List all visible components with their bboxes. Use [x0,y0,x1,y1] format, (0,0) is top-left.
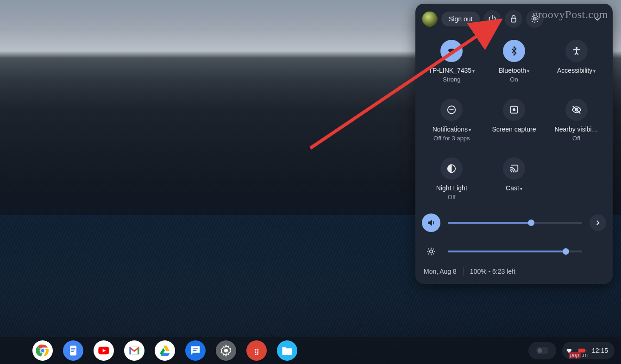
tile-label: Night Light [436,184,467,192]
clock: 12:15 [592,347,608,354]
app-gmail[interactable] [124,340,144,361]
divider [463,267,464,276]
quick-settings-footer: Mon, Aug 8 100% - 6:23 left [422,267,606,276]
tile-screen-capture[interactable]: Screen capture [484,99,544,142]
settings-button[interactable] [526,10,544,28]
svg-rect-20 [193,350,196,351]
wifi-status-icon [565,346,573,355]
tile-label: Nearby visibi… [555,126,598,133]
gear-icon [530,14,539,24]
app-settings[interactable] [216,340,236,361]
svg-rect-0 [511,18,516,22]
lock-icon [509,14,518,24]
quick-settings-header: Sign out [422,10,606,28]
app-messages[interactable] [185,340,206,361]
drive-icon [158,344,171,357]
power-icon [488,14,497,24]
svg-point-24 [538,348,542,353]
docs-icon [67,344,80,357]
app-youtube[interactable] [94,340,114,361]
brightness-icon [427,247,436,256]
footer-date: Mon, Aug 8 [424,268,457,275]
svg-point-12 [41,349,44,352]
app-files[interactable] [277,340,297,361]
shelf-apps: g [32,340,297,361]
tile-label: Accessibility [557,67,592,74]
svg-rect-13 [70,346,76,356]
svg-point-1 [534,18,536,20]
tile-sub: Strong [443,76,460,83]
power-button[interactable] [483,10,501,28]
tile-wifi[interactable]: TP-LINK_7435▾ Strong [422,40,482,83]
svg-text:g: g [254,346,259,355]
tile-sub: Off for 3 apps [433,135,470,142]
chevron-right-icon [594,219,602,227]
svg-point-5 [513,108,515,111]
tile-nearby[interactable]: Nearby visibi… Off [546,99,606,142]
youtube-icon [97,344,110,357]
lock-button[interactable] [505,10,522,28]
messages-icon [189,344,202,357]
tile-sub: Off [448,194,456,201]
svg-rect-14 [71,348,75,349]
footer-battery: 100% - 6:23 left [470,268,515,275]
svg-rect-16 [71,351,74,352]
tile-label: Bluetooth [499,67,526,74]
bluetooth-icon [503,40,525,62]
tile-accessibility[interactable]: Accessibility▾ [546,40,606,83]
tile-cast[interactable]: Cast▾ [484,157,544,201]
svg-point-2 [576,47,577,49]
shelf: g 12:15 [0,337,621,364]
volume-row [422,213,606,232]
wifi-icon [440,40,463,62]
brightness-button[interactable] [422,242,440,261]
battery-status-icon [578,347,587,354]
sliders [422,213,606,261]
gmail-icon [128,344,141,357]
status-notification-pill[interactable] [528,342,556,359]
app-google-plus[interactable]: g [246,340,267,361]
svg-point-21 [224,349,228,352]
night-light-icon [440,157,463,180]
volume-icon [427,218,436,227]
svg-rect-25 [578,349,585,352]
quick-settings-grid: TP-LINK_7435▾ Strong Bluetooth▾ On Acces… [422,40,606,201]
cast-icon [503,157,525,180]
chevron-down-icon [593,14,602,24]
tile-bluetooth[interactable]: Bluetooth▾ On [484,40,544,83]
status-tray[interactable]: 12:15 [562,342,615,359]
tile-notifications[interactable]: Notifications▾ Off for 3 apps [422,99,482,142]
quick-settings-panel: Sign out TP-LINK_7435▾ Strong Blueto [415,4,613,284]
dnd-icon [440,99,463,121]
audio-settings-button[interactable] [590,214,606,231]
svg-rect-26 [586,350,587,351]
gear-icon [220,344,232,357]
accessibility-icon [565,40,588,62]
tile-label: Notifications [433,126,468,133]
brightness-row [422,242,606,261]
google-plus-icon: g [250,344,263,357]
visibility-off-icon [565,99,588,121]
notification-thumb-icon [536,346,549,355]
svg-rect-19 [193,348,198,349]
svg-point-8 [430,250,433,253]
tile-sub: Off [572,135,580,142]
app-drive[interactable] [155,340,175,361]
tile-label: Cast [506,184,519,192]
tile-label: TP-LINK_7435 [429,67,472,74]
sign-out-button[interactable]: Sign out [441,12,480,26]
collapse-button[interactable] [589,10,606,28]
volume-button[interactable] [422,213,440,232]
brightness-slider[interactable] [448,251,582,252]
app-docs[interactable] [63,340,83,361]
tile-sub: On [510,76,518,83]
folder-icon [281,344,294,357]
user-avatar[interactable] [422,11,438,27]
chrome-icon [36,344,49,357]
tile-night-light[interactable]: Night Light Off [422,157,482,201]
volume-slider[interactable] [448,222,582,224]
app-chrome[interactable] [32,340,53,361]
tile-label: Screen capture [492,126,536,133]
svg-rect-15 [71,350,75,351]
screen-capture-icon [503,99,525,121]
